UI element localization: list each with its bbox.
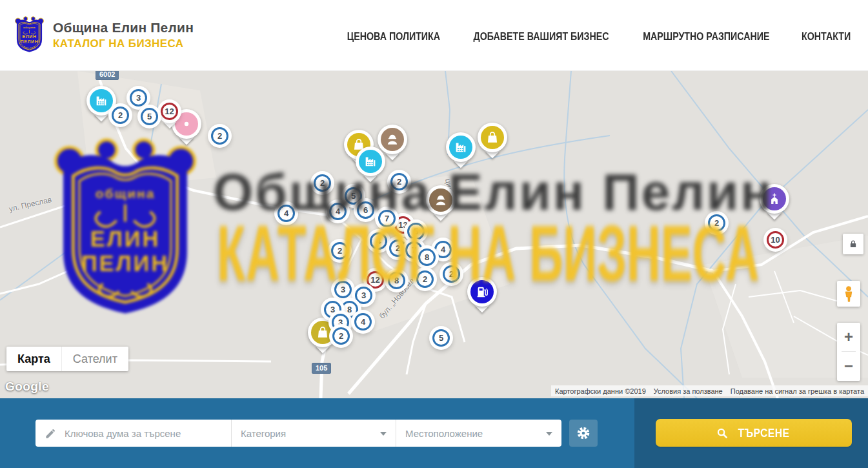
map-cluster[interactable]: 8 xyxy=(418,249,436,266)
map-cluster[interactable]: 2 xyxy=(331,242,348,259)
map-cluster[interactable]: 4 xyxy=(370,232,387,250)
cluster-tail xyxy=(163,116,176,128)
map-type-satellite-button[interactable]: Сателит xyxy=(61,347,128,371)
map-cluster[interactable]: 2 xyxy=(332,327,350,345)
map-cluster[interactable]: 4 xyxy=(329,203,347,220)
category-select-label: Категория xyxy=(241,428,286,439)
search-icon xyxy=(716,427,729,440)
keyword-field[interactable] xyxy=(35,420,231,447)
map-cluster[interactable]: 5 xyxy=(432,329,450,347)
pencil-icon xyxy=(45,427,57,440)
map-cluster[interactable]: 6 xyxy=(357,201,374,219)
attribution-report-error-link[interactable]: Подаване на сигнал за грешка в картата xyxy=(727,387,868,395)
map-type-control: Карта Сателит xyxy=(6,347,128,371)
map-cluster[interactable]: 8 xyxy=(388,272,405,289)
chevron-down-icon xyxy=(380,432,387,436)
nav-item-contacts[interactable]: КОНТАКТИ xyxy=(802,29,851,41)
map-cluster[interactable]: 2 xyxy=(389,239,407,257)
map-cluster[interactable]: 4 xyxy=(434,241,452,258)
attribution-copyright: Картографски данни ©2019 xyxy=(551,387,650,395)
zoom-in-button[interactable]: + xyxy=(837,323,860,351)
fullscreen-lock-button[interactable] xyxy=(843,234,863,254)
municipality-crest-logo xyxy=(14,15,45,54)
map-type-map-button[interactable]: Карта xyxy=(6,347,61,371)
search-submit-label: ТЪРСЕНЕ xyxy=(738,426,790,440)
map-cluster[interactable]: 3 xyxy=(334,281,352,298)
map-cluster[interactable]: 10 xyxy=(767,231,784,249)
google-logo[interactable]: Google xyxy=(5,380,49,394)
lock-icon xyxy=(848,239,858,249)
nav-item-add-business[interactable]: ДОБАВЕТЕ ВАШИЯТ БИЗНЕС xyxy=(473,29,609,41)
attribution-terms-link[interactable]: Условия за ползване xyxy=(650,387,727,395)
map-attribution: Картографски данни ©2019 Условия за полз… xyxy=(551,385,868,396)
site-title: Община Елин Пелин xyxy=(53,20,194,36)
map-cluster[interactable]: 2 xyxy=(112,107,129,124)
map-cluster[interactable]: 2 xyxy=(708,214,725,232)
map-cluster[interactable]: 3 xyxy=(355,287,372,304)
map-cluster[interactable]: 5 xyxy=(141,108,158,125)
map-cluster[interactable]: 2 xyxy=(443,265,460,283)
brand[interactable]: Община Елин Пелин КАТАЛОГ НА БИЗНЕСА xyxy=(14,15,194,54)
zoom-control: + − xyxy=(837,323,860,381)
map-clusters-layer: 12325225221344675427482221283383342510 xyxy=(0,71,868,398)
map-canvas[interactable]: 6002105ул. Преславбул. „Новоселции 12325… xyxy=(0,71,868,398)
category-select[interactable]: Категория xyxy=(231,420,396,447)
nav-item-pricing[interactable]: ЦЕНОВА ПОЛИТИКА xyxy=(347,29,440,41)
chevron-down-icon xyxy=(546,432,552,436)
advanced-search-button[interactable] xyxy=(569,420,598,447)
keyword-input[interactable] xyxy=(63,427,222,440)
map-cluster[interactable]: 12 xyxy=(367,271,384,289)
map-cluster[interactable]: 2 xyxy=(390,173,408,190)
map-cluster[interactable]: 5 xyxy=(345,187,362,205)
map-cluster[interactable]: 12 xyxy=(161,103,178,120)
zoom-out-button[interactable]: − xyxy=(837,352,860,380)
location-select[interactable]: Местоположение xyxy=(396,420,561,447)
map-cluster[interactable]: 2 xyxy=(314,174,331,192)
map-cluster[interactable]: 2 xyxy=(211,127,228,145)
gear-icon xyxy=(576,425,591,441)
street-view-pegman[interactable] xyxy=(837,281,860,307)
map-cluster[interactable]: 2 xyxy=(416,270,434,288)
map-cluster[interactable]: 4 xyxy=(278,205,295,222)
site-subtitle: КАТАЛОГ НА БИЗНЕСА xyxy=(53,37,194,50)
map-cluster[interactable]: 5 xyxy=(407,223,425,240)
search-submit-button[interactable]: ТЪРСЕНЕ xyxy=(656,419,852,447)
pegman-icon xyxy=(840,284,857,303)
search-fields: Категория Местоположение xyxy=(35,420,561,447)
location-select-label: Местоположение xyxy=(405,428,483,439)
map-cluster[interactable]: 7 xyxy=(378,210,396,227)
search-bar: Категория Местоположение ТЪРСЕНЕ xyxy=(0,398,868,468)
nav-item-transport-schedule[interactable]: МАРШРУТНО РАЗПИСАНИЕ xyxy=(643,29,769,41)
main-nav: ЦЕНОВА ПОЛИТИКА ДОБАВЕТЕ ВАШИЯТ БИЗНЕС М… xyxy=(345,0,852,71)
header: Община Елин Пелин КАТАЛОГ НА БИЗНЕСА ЦЕН… xyxy=(0,0,868,71)
map-cluster[interactable]: 3 xyxy=(130,89,147,107)
map-cluster[interactable]: 4 xyxy=(354,313,372,331)
